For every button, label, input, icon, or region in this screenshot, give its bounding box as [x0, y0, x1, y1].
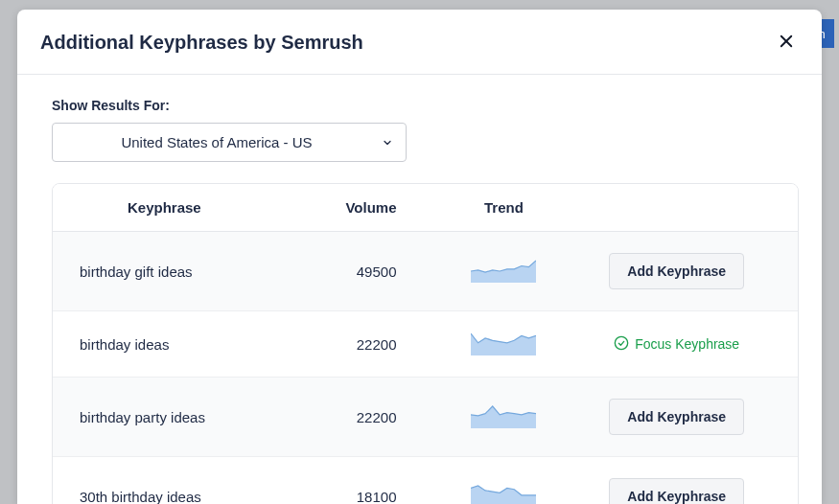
action-cell: Focus Keyphrase [582, 335, 771, 354]
modal-body: Show Results For: United States of Ameri… [17, 75, 822, 504]
volume-cell: 22200 [299, 336, 425, 353]
modal-title: Additional Keyphrases by Semrush [40, 32, 363, 54]
table-body: birthday gift ideas49500Add Keyphrasebir… [53, 232, 798, 504]
action-cell: Add Keyphrase [582, 478, 771, 504]
column-trend: Trend [426, 199, 583, 216]
action-cell: Add Keyphrase [582, 253, 771, 289]
column-volume: Volume [299, 199, 425, 216]
close-icon [778, 33, 795, 53]
trend-sparkline [471, 332, 536, 355]
volume-cell: 22200 [299, 409, 425, 425]
volume-cell: 49500 [299, 263, 425, 280]
add-keyphrase-button[interactable]: Add Keyphrase [609, 478, 744, 504]
modal-header: Additional Keyphrases by Semrush [17, 10, 822, 75]
trend-sparkline [471, 260, 536, 283]
volume-cell: 18100 [299, 489, 425, 505]
column-keyphrase: Keyphrase [80, 199, 299, 216]
focus-keyphrase-label: Focus Keyphrase [614, 335, 739, 354]
column-action [582, 199, 771, 216]
keyphrase-cell: birthday party ideas [80, 409, 299, 425]
table-header: Keyphrase Volume Trend [53, 184, 798, 232]
keyphrase-cell: 30th birthday ideas [80, 489, 299, 505]
action-cell: Add Keyphrase [582, 399, 771, 435]
table-row: birthday ideas22200Focus Keyphrase [53, 311, 798, 378]
trend-sparkline [471, 405, 536, 428]
add-keyphrase-button[interactable]: Add Keyphrase [609, 399, 744, 435]
table-row: birthday party ideas22200Add Keyphrase [53, 378, 798, 457]
country-select-wrap: United States of America - US [52, 123, 407, 162]
table-row: 30th birthday ideas18100Add Keyphrase [53, 457, 798, 504]
svg-point-2 [616, 336, 628, 349]
table-row: birthday gift ideas49500Add Keyphrase [53, 232, 798, 311]
trend-sparkline [471, 485, 536, 504]
keyphrase-cell: birthday gift ideas [80, 263, 299, 280]
trend-cell [426, 260, 583, 283]
keyphrase-table: Keyphrase Volume Trend birthday gift ide… [52, 183, 799, 504]
close-button[interactable] [774, 29, 799, 57]
trend-cell [426, 405, 583, 428]
keyphrase-cell: birthday ideas [80, 336, 299, 353]
add-keyphrase-button[interactable]: Add Keyphrase [609, 253, 744, 289]
filter-label: Show Results For: [52, 98, 799, 113]
trend-cell [426, 332, 583, 355]
country-select[interactable]: United States of America - US [52, 123, 407, 162]
trend-cell [426, 485, 583, 504]
check-circle-icon [614, 335, 629, 354]
keyphrases-modal: Additional Keyphrases by Semrush Show Re… [17, 10, 822, 504]
focus-keyphrase-text: Focus Keyphrase [635, 336, 739, 352]
